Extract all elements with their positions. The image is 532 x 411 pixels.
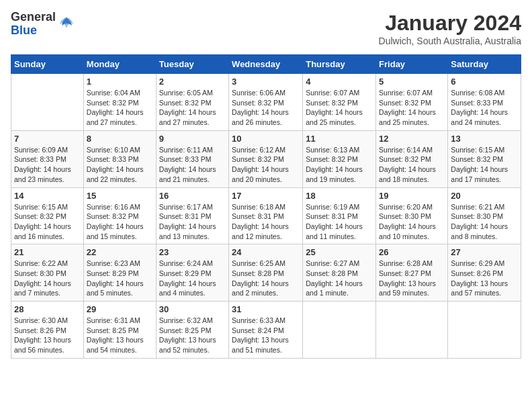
location-text: Dulwich, South Australia, Australia	[379, 36, 521, 46]
calendar-cell: 6Sunrise: 6:08 AM Sunset: 8:33 PM Daylig…	[448, 74, 521, 131]
cell-details: Sunrise: 6:30 AM Sunset: 8:26 PM Dayligh…	[14, 316, 81, 355]
day-number: 20	[451, 191, 518, 201]
cell-details: Sunrise: 6:25 AM Sunset: 8:28 PM Dayligh…	[232, 259, 300, 298]
cell-details: Sunrise: 6:21 AM Sunset: 8:30 PM Dayligh…	[451, 202, 518, 242]
calendar-cell: 23Sunrise: 6:24 AM Sunset: 8:29 PM Dayli…	[156, 244, 228, 302]
calendar-cell: 16Sunrise: 6:17 AM Sunset: 8:31 PM Dayli…	[156, 187, 228, 244]
cell-details: Sunrise: 6:06 AM Sunset: 8:32 PM Dayligh…	[232, 88, 300, 128]
calendar-cell: 22Sunrise: 6:23 AM Sunset: 8:29 PM Dayli…	[83, 244, 156, 302]
day-number: 11	[306, 134, 373, 144]
weekday-header: Friday	[376, 55, 448, 74]
day-number: 13	[451, 134, 518, 144]
calendar-header-row: SundayMondayTuesdayWednesdayThursdayFrid…	[11, 55, 521, 74]
day-number: 8	[87, 134, 153, 144]
calendar-cell: 8Sunrise: 6:10 AM Sunset: 8:33 PM Daylig…	[83, 130, 156, 187]
calendar-cell: 15Sunrise: 6:16 AM Sunset: 8:32 PM Dayli…	[83, 187, 156, 244]
cell-details: Sunrise: 6:19 AM Sunset: 8:31 PM Dayligh…	[306, 202, 373, 242]
day-number: 3	[232, 77, 300, 87]
cell-details: Sunrise: 6:11 AM Sunset: 8:33 PM Dayligh…	[159, 145, 226, 185]
cell-details: Sunrise: 6:15 AM Sunset: 8:32 PM Dayligh…	[451, 145, 518, 185]
day-number: 17	[232, 191, 300, 201]
calendar-cell: 19Sunrise: 6:20 AM Sunset: 8:30 PM Dayli…	[376, 187, 448, 244]
cell-details: Sunrise: 6:09 AM Sunset: 8:33 PM Dayligh…	[14, 145, 81, 185]
day-number: 5	[379, 77, 445, 87]
cell-details: Sunrise: 6:31 AM Sunset: 8:25 PM Dayligh…	[87, 316, 153, 355]
cell-details: Sunrise: 6:28 AM Sunset: 8:27 PM Dayligh…	[379, 259, 445, 298]
calendar-cell: 1Sunrise: 6:04 AM Sunset: 8:32 PM Daylig…	[83, 74, 156, 131]
calendar-cell: 29Sunrise: 6:31 AM Sunset: 8:25 PM Dayli…	[83, 302, 156, 359]
cell-details: Sunrise: 6:24 AM Sunset: 8:29 PM Dayligh…	[159, 259, 226, 298]
day-number: 24	[232, 247, 300, 257]
cell-details: Sunrise: 6:12 AM Sunset: 8:32 PM Dayligh…	[232, 145, 300, 185]
calendar-week-row: 21Sunrise: 6:22 AM Sunset: 8:30 PM Dayli…	[11, 244, 521, 302]
logo-general-text: General	[11, 11, 56, 24]
cell-details: Sunrise: 6:33 AM Sunset: 8:24 PM Dayligh…	[232, 316, 300, 355]
calendar-cell: 12Sunrise: 6:14 AM Sunset: 8:32 PM Dayli…	[376, 130, 448, 187]
calendar-cell: 14Sunrise: 6:15 AM Sunset: 8:32 PM Dayli…	[11, 187, 84, 244]
weekday-header: Monday	[83, 55, 156, 74]
day-number: 19	[379, 191, 445, 201]
cell-details: Sunrise: 6:16 AM Sunset: 8:32 PM Dayligh…	[87, 202, 153, 242]
day-number: 22	[87, 247, 153, 257]
cell-details: Sunrise: 6:13 AM Sunset: 8:32 PM Dayligh…	[306, 145, 373, 185]
cell-details: Sunrise: 6:07 AM Sunset: 8:32 PM Dayligh…	[306, 88, 373, 128]
day-number: 26	[379, 247, 445, 257]
day-number: 12	[379, 134, 445, 144]
month-title: January 2024	[379, 11, 521, 36]
calendar-cell	[448, 302, 521, 359]
cell-details: Sunrise: 6:04 AM Sunset: 8:32 PM Dayligh…	[87, 88, 153, 128]
calendar-cell: 7Sunrise: 6:09 AM Sunset: 8:33 PM Daylig…	[11, 130, 84, 187]
logo-blue-text: Blue	[11, 24, 56, 38]
cell-details: Sunrise: 6:08 AM Sunset: 8:33 PM Dayligh…	[451, 88, 518, 128]
calendar-cell	[11, 74, 84, 131]
cell-details: Sunrise: 6:29 AM Sunset: 8:26 PM Dayligh…	[451, 259, 518, 298]
title-section: January 2024 Dulwich, South Australia, A…	[379, 11, 521, 46]
calendar-cell: 18Sunrise: 6:19 AM Sunset: 8:31 PM Dayli…	[303, 187, 376, 244]
weekday-header: Tuesday	[156, 55, 228, 74]
calendar-week-row: 14Sunrise: 6:15 AM Sunset: 8:32 PM Dayli…	[11, 187, 521, 244]
calendar-cell: 10Sunrise: 6:12 AM Sunset: 8:32 PM Dayli…	[229, 130, 303, 187]
cell-details: Sunrise: 6:23 AM Sunset: 8:29 PM Dayligh…	[87, 259, 153, 298]
calendar-cell: 31Sunrise: 6:33 AM Sunset: 8:24 PM Dayli…	[229, 302, 303, 359]
logo: General Blue	[11, 11, 76, 38]
weekday-header: Thursday	[303, 55, 376, 74]
cell-details: Sunrise: 6:27 AM Sunset: 8:28 PM Dayligh…	[306, 259, 373, 298]
day-number: 10	[232, 134, 300, 144]
day-number: 29	[87, 304, 153, 314]
calendar-week-row: 28Sunrise: 6:30 AM Sunset: 8:26 PM Dayli…	[11, 302, 521, 359]
calendar-cell: 24Sunrise: 6:25 AM Sunset: 8:28 PM Dayli…	[229, 244, 303, 302]
calendar-cell: 13Sunrise: 6:15 AM Sunset: 8:32 PM Dayli…	[448, 130, 521, 187]
weekday-header: Wednesday	[229, 55, 303, 74]
calendar-cell: 21Sunrise: 6:22 AM Sunset: 8:30 PM Dayli…	[11, 244, 84, 302]
day-number: 7	[14, 134, 81, 144]
calendar-cell	[376, 302, 448, 359]
calendar-cell: 2Sunrise: 6:05 AM Sunset: 8:32 PM Daylig…	[156, 74, 228, 131]
cell-details: Sunrise: 6:17 AM Sunset: 8:31 PM Dayligh…	[159, 202, 226, 242]
cell-details: Sunrise: 6:10 AM Sunset: 8:33 PM Dayligh…	[87, 145, 153, 185]
day-number: 23	[159, 247, 226, 257]
day-number: 18	[306, 191, 373, 201]
day-number: 27	[451, 247, 518, 257]
calendar-cell	[303, 302, 376, 359]
calendar-cell: 5Sunrise: 6:07 AM Sunset: 8:32 PM Daylig…	[376, 74, 448, 131]
calendar-cell: 11Sunrise: 6:13 AM Sunset: 8:32 PM Dayli…	[303, 130, 376, 187]
day-number: 14	[14, 191, 81, 201]
calendar-cell: 27Sunrise: 6:29 AM Sunset: 8:26 PM Dayli…	[448, 244, 521, 302]
day-number: 30	[159, 304, 226, 314]
calendar-cell: 25Sunrise: 6:27 AM Sunset: 8:28 PM Dayli…	[303, 244, 376, 302]
day-number: 9	[159, 134, 226, 144]
day-number: 4	[306, 77, 373, 87]
calendar-cell: 30Sunrise: 6:32 AM Sunset: 8:25 PM Dayli…	[156, 302, 228, 359]
cell-details: Sunrise: 6:07 AM Sunset: 8:32 PM Dayligh…	[379, 88, 445, 128]
cell-details: Sunrise: 6:20 AM Sunset: 8:30 PM Dayligh…	[379, 202, 445, 242]
calendar-cell: 4Sunrise: 6:07 AM Sunset: 8:32 PM Daylig…	[303, 74, 376, 131]
cell-details: Sunrise: 6:22 AM Sunset: 8:30 PM Dayligh…	[14, 259, 81, 298]
day-number: 1	[87, 77, 153, 87]
weekday-header: Saturday	[448, 55, 521, 74]
cell-details: Sunrise: 6:32 AM Sunset: 8:25 PM Dayligh…	[159, 316, 226, 355]
cell-details: Sunrise: 6:05 AM Sunset: 8:32 PM Dayligh…	[159, 88, 226, 128]
day-number: 15	[87, 191, 153, 201]
calendar-cell: 3Sunrise: 6:06 AM Sunset: 8:32 PM Daylig…	[229, 74, 303, 131]
cell-details: Sunrise: 6:14 AM Sunset: 8:32 PM Dayligh…	[379, 145, 445, 185]
day-number: 2	[159, 77, 226, 87]
